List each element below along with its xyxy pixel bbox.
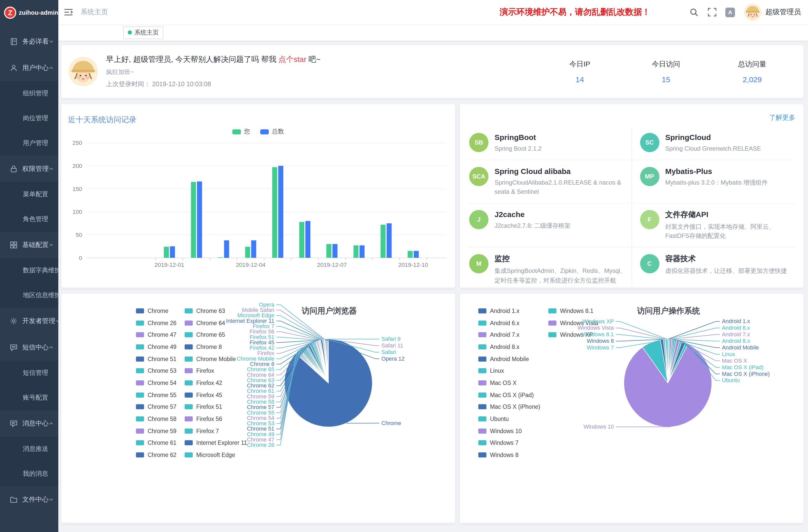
pie-slice-Firefox 7[interactable]	[320, 340, 328, 383]
legend-item-Android 7.x[interactable]: Android 7.x	[478, 329, 540, 341]
legend-item-Chrome 57[interactable]: Chrome 57	[136, 401, 177, 413]
bar-总数-2019-12-03[interactable]	[224, 240, 229, 258]
sidebar-item-务必详看[interactable]: 务必详看	[0, 29, 58, 55]
sidebar-item-文件中心[interactable]: 文件中心	[0, 487, 58, 513]
legend-item-Windows XP[interactable]: Windows XP	[548, 329, 598, 341]
pie-slice-Chrome 65[interactable]	[314, 341, 328, 383]
legend-item-Chrome 59[interactable]: Chrome 59	[136, 425, 177, 437]
pie-slice-Chrome 63[interactable]	[309, 342, 328, 383]
sidebar-item-开发者管理[interactable]: 开发者管理	[0, 308, 58, 334]
legend-item-Chrome 51[interactable]: Chrome 51	[136, 353, 177, 365]
search-icon[interactable]	[689, 7, 699, 17]
bar-您-2019-12-08[interactable]	[353, 245, 359, 258]
sidebar-subitem-数据字典维护[interactable]: 数据字典维护	[0, 258, 58, 283]
pie-slice-Firefox 51[interactable]	[319, 340, 328, 383]
pie-slice-Chrome 49[interactable]	[297, 351, 328, 383]
pie-slice-Internet Explorer 11[interactable]	[320, 340, 328, 383]
pie-slice-Windows 7[interactable]	[642, 340, 668, 383]
pie-slice-Android 8.x[interactable]	[668, 339, 673, 383]
legend-item-Chrome Mobile[interactable]: Chrome Mobile	[185, 353, 247, 365]
pie-slice-Chrome 61[interactable]	[306, 345, 328, 383]
pie-slice-Safari 11[interactable]	[326, 339, 328, 383]
pie-slice-Chrome 62[interactable]	[307, 344, 328, 383]
legend-item-Firefox 56[interactable]: Firefox 56	[185, 413, 247, 425]
app-logo[interactable]: Z zuihou-admin cloud	[0, 0, 58, 25]
tech-item-SpringBoot[interactable]: SBSpringBootSpring Boot 2.1.2	[468, 126, 632, 160]
sidebar-subitem-用户管理[interactable]: 用户管理	[0, 131, 58, 156]
legend-item-您[interactable]: 您	[232, 127, 250, 136]
legend-item-Chrome[interactable]: Chrome	[136, 305, 177, 317]
pie-slice-Chrome 64[interactable]	[312, 342, 328, 383]
pie-slice-Opera 12[interactable]	[325, 339, 328, 383]
bar-总数-2019-12-05[interactable]	[278, 166, 283, 258]
legend-item-Chrome 54[interactable]: Chrome 54	[136, 377, 177, 389]
bar-总数-2019-12-08[interactable]	[360, 245, 365, 258]
sidebar-subitem-岗位管理[interactable]: 岗位管理	[0, 106, 58, 131]
pie-slice-Windows Vista[interactable]	[665, 339, 668, 383]
pie-slice-Chrome 26[interactable]	[296, 353, 328, 383]
legend-item-Windows Vista[interactable]: Windows Vista	[548, 317, 598, 329]
pie-slice-Android 7.x[interactable]	[668, 339, 672, 383]
pie-slice-Safari[interactable]	[325, 339, 328, 383]
sidebar-subitem-消息推送[interactable]: 消息推送	[0, 437, 58, 461]
legend-item-Chrome 55[interactable]: Chrome 55	[136, 389, 177, 401]
bar-您-2019-12-05[interactable]	[272, 167, 277, 258]
legend-item-Chrome 26[interactable]: Chrome 26	[136, 317, 177, 329]
legend-item-Android 1.x[interactable]: Android 1.x	[478, 305, 540, 317]
legend-item-Chrome 61[interactable]: Chrome 61	[136, 437, 177, 449]
sidebar-subitem-短信管理[interactable]: 短信管理	[0, 361, 58, 385]
user-avatar[interactable]	[744, 3, 761, 21]
sidebar-subitem-账号配置[interactable]: 账号配置	[0, 385, 58, 410]
legend-item-Ubuntu[interactable]: Ubuntu	[478, 413, 540, 425]
legend-item-Mac OS X (iPhone)[interactable]: Mac OS X (iPhone)	[478, 401, 540, 413]
pie-slice-Opera[interactable]	[324, 339, 328, 383]
legend-item-Internet Explorer 11[interactable]: Internet Explorer 11	[185, 437, 247, 449]
pie-slice-Chrome 8[interactable]	[315, 341, 328, 383]
star-link[interactable]: 点个star	[278, 55, 306, 63]
legend-item-Mac OS X[interactable]: Mac OS X	[478, 377, 540, 389]
sidebar-subitem-组织管理[interactable]: 组织管理	[0, 81, 58, 106]
tech-item-Spring Cloud alibaba[interactable]: SCASpring Cloud alibabaSpringCloudAlibab…	[468, 160, 632, 203]
tab-home[interactable]: 系统主页	[123, 26, 163, 39]
pie-slice-Firefox[interactable]	[316, 340, 328, 383]
fullscreen-icon[interactable]	[707, 7, 717, 17]
sidebar-subitem-菜单配置[interactable]: 菜单配置	[0, 182, 58, 207]
tech-item-SpringCloud[interactable]: SCSpringCloudSpring Cloud Greenwich.RELE…	[632, 126, 795, 160]
sidebar-item-用户中心[interactable]: 用户中心	[0, 55, 58, 81]
tech-item-J2cache[interactable]: JJ2cacheJ2cache2.7.8: 二级缓存框架	[468, 203, 632, 247]
sidebar-item-权限管理[interactable]: 权限管理	[0, 156, 58, 182]
sidebar-subitem-我的消息[interactable]: 我的消息	[0, 461, 58, 487]
menu-fold-icon[interactable]	[63, 7, 74, 17]
sidebar-item-短信中心[interactable]: 短信中心	[0, 334, 58, 361]
bar-您-2019-12-06[interactable]	[299, 222, 304, 258]
pie-slice-Windows 8[interactable]	[660, 339, 668, 383]
legend-item-Firefox 51[interactable]: Firefox 51	[185, 401, 247, 413]
tech-item-文件存储API[interactable]: F文件存储API封装文件接口，实现本地存储、阿里云、FastDFS存储的配置化	[632, 203, 795, 247]
legend-item-Chrome 63[interactable]: Chrome 63	[185, 305, 247, 317]
bar-总数-2019-12-09[interactable]	[386, 223, 391, 258]
pie-slice-Android 6.x[interactable]	[668, 339, 670, 383]
pie-slice-Microsoft Edge[interactable]	[322, 339, 328, 383]
tech-item-监控[interactable]: M监控集成SpringBootAdmin、Zipkin、Redis、Mysql、…	[468, 247, 632, 288]
pie-slice-Chrome 54[interactable]	[299, 349, 328, 383]
pie-slice-Linux[interactable]	[668, 340, 676, 383]
pie-slice-Safari 9[interactable]	[328, 339, 328, 383]
legend-item-Chrome 49[interactable]: Chrome 49	[136, 341, 177, 353]
legend-item-Firefox 7[interactable]: Firefox 7	[185, 425, 247, 437]
legend-item-Chrome 8[interactable]: Chrome 8	[185, 341, 247, 353]
legend-item-总数[interactable]: 总数	[260, 127, 284, 136]
tech-item-容器技术[interactable]: C容器技术虚拟化容器技术，让迁移、部署更加方便快捷	[632, 247, 795, 288]
pie-slice-Windows XP[interactable]	[666, 339, 668, 383]
pie-slice-Chrome 57[interactable]	[302, 347, 328, 383]
sidebar-subitem-角色管理[interactable]: 角色管理	[0, 207, 58, 232]
legend-item-Firefox 45[interactable]: Firefox 45	[185, 389, 247, 401]
legend-item-Microsoft Edge[interactable]: Microsoft Edge	[185, 449, 247, 461]
legend-item-Windows 7[interactable]: Windows 7	[478, 437, 540, 449]
bar-您-2019-12-02[interactable]	[191, 182, 196, 258]
pie-slice-Chrome 53[interactable]	[299, 350, 328, 383]
bar-您-2019-12-10[interactable]	[407, 251, 412, 258]
legend-item-Chrome 58[interactable]: Chrome 58	[136, 413, 177, 425]
pie-slice-Chrome 51[interactable]	[298, 350, 328, 383]
bar-您-2019-12-01[interactable]	[164, 247, 169, 258]
pie-slice-Chrome Mobile[interactable]	[316, 341, 328, 383]
